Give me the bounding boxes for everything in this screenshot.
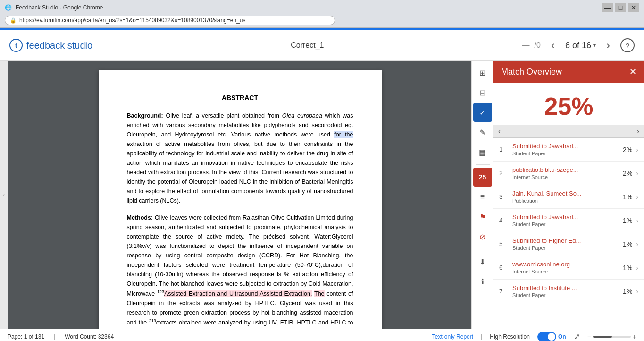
match-arrow-icon: › [636, 146, 638, 153]
match-num: 4 [499, 217, 509, 224]
match-source: publicatio.bibl.u-szege... [512, 166, 619, 173]
match-num: 1 [499, 146, 509, 153]
logo-area: t feedback studio [9, 39, 92, 52]
word-count: Word Count: 32364 [65, 333, 114, 340]
maximize-button[interactable]: □ [615, 3, 626, 12]
match-item[interactable]: 7 Submitted to Institute ... Student Pap… [493, 280, 644, 303]
document-title: Correct_1 [291, 41, 324, 50]
paragraph-2: Methods: Olive leaves were collected fro… [127, 213, 353, 329]
match-num: 7 [499, 288, 509, 295]
block-button[interactable]: ⊘ [473, 227, 492, 246]
match-pct: 2% [623, 170, 632, 177]
match-num: 3 [499, 193, 509, 200]
info-icon: ℹ [481, 277, 484, 286]
edit-button[interactable]: ✎ [473, 123, 492, 142]
close-window-button[interactable]: ✕ [628, 3, 639, 12]
layers2-icon: ⊟ [479, 88, 485, 97]
match-panel: Match Overview ✕ 25% ‹ › 1 Submitted to … [493, 61, 644, 329]
help-button[interactable]: ? [620, 38, 635, 52]
match-info: www.omicsonline.org Internet Source [512, 261, 619, 274]
next-page-button[interactable]: › [601, 38, 616, 53]
help-icon: ? [626, 42, 629, 50]
toggle-track[interactable] [537, 332, 556, 341]
match-source: Submitted to Jawaharl... [512, 213, 619, 221]
turnitin-logo-icon: t [9, 39, 23, 52]
check-button[interactable]: ✓ [473, 103, 492, 122]
block-icon: ⊘ [479, 232, 485, 241]
paragraph-1-label: Background: [127, 112, 163, 119]
match-arrow-icon: › [636, 240, 638, 248]
match-arrow-icon: › [636, 193, 638, 201]
tool-separator-1 [476, 164, 490, 165]
fullscreen-button[interactable]: ⤢ [574, 332, 580, 341]
match-type: Student Paper [512, 245, 619, 251]
match-type: Internet Source [512, 174, 619, 180]
match-info: publicatio.bibl.u-szege... Internet Sour… [512, 166, 619, 180]
zoom-slider-fill [593, 336, 612, 338]
layers-button[interactable]: ⊞ [473, 63, 492, 82]
prev-page-button[interactable]: ‹ [545, 38, 560, 53]
filter-button[interactable]: ≡ [473, 188, 492, 206]
match-source: Jain, Kunal, Sumeet So... [512, 190, 619, 197]
match-num: 2 [499, 170, 509, 177]
document-page: ABSTRACT Background: Olive leaf, a versa… [99, 70, 382, 329]
match-panel-close-button[interactable]: ✕ [629, 67, 636, 77]
match-list: 1 Submitted to Jawaharl... Student Paper… [493, 138, 644, 329]
tool-separator-2 [476, 249, 490, 249]
match-prev-button[interactable]: ‹ [498, 127, 501, 136]
match-pct: 1% [623, 264, 632, 272]
match-panel-title: Match Overview [501, 67, 562, 77]
match-type: Internet Source [512, 269, 619, 274]
match-item[interactable]: 5 Submitted to Higher Ed... Student Pape… [493, 232, 644, 256]
check-icon: ✓ [479, 108, 485, 117]
match-item[interactable]: 1 Submitted to Jawaharl... Student Paper… [493, 138, 644, 162]
grid-button[interactable]: ▦ [473, 143, 492, 162]
match-type: Student Paper [512, 292, 619, 298]
flag-button[interactable]: ⚑ [473, 207, 492, 226]
match-pct: 2% [623, 146, 632, 153]
match-arrow-icon: › [636, 288, 638, 295]
match-nav: ‹ › [493, 125, 644, 138]
url-bar[interactable]: https://ev.turnitin.com/app/carta/en_us/… [19, 17, 245, 24]
left-panel-toggle[interactable]: ‹ [0, 61, 8, 329]
zoom-out-button[interactable]: − [587, 333, 591, 341]
info-button[interactable]: ℹ [473, 272, 492, 291]
match-item[interactable]: 3 Jain, Kunal, Sumeet So... Publication … [493, 185, 644, 209]
zoom-slider[interactable] [593, 336, 631, 338]
page-dropdown-arrow[interactable]: ▾ [593, 42, 596, 49]
match-type: Publication [512, 198, 619, 204]
top-toolbar: t feedback studio Correct_1 — /0 ‹ 6 of … [0, 30, 644, 61]
flag-icon: ⚑ [479, 213, 486, 222]
match-source: Submitted to Jawaharl... [512, 143, 619, 150]
layers2-button[interactable]: ⊟ [473, 83, 492, 102]
status-bar: Page: 1 of 131 | Word Count: 32364 Text-… [0, 329, 644, 341]
match-panel-header: Match Overview ✕ [493, 61, 644, 83]
chrome-icon: 🌐 [5, 4, 12, 11]
match-arrow-icon: › [636, 217, 638, 224]
zoom-area: − + [587, 333, 636, 341]
minimize-button[interactable]: — [602, 3, 613, 12]
abstract-title: ABSTRACT [127, 94, 353, 102]
match-item[interactable]: 6 www.omicsonline.org Internet Source 1%… [493, 256, 644, 280]
match-source: Submitted to Higher Ed... [512, 237, 619, 244]
document-area[interactable]: ABSTRACT Background: Olive leaf, a versa… [8, 61, 471, 329]
page-dash: — [522, 41, 530, 50]
browser-title: Feedback Studio - Google Chrome [16, 4, 103, 11]
match-next-button[interactable]: › [637, 127, 639, 136]
status-right: Text-only Report | High Resolution On ⤢ … [432, 332, 636, 341]
match-info: Jain, Kunal, Sumeet So... Publication [512, 190, 619, 204]
match-item[interactable]: 4 Submitted to Jawaharl... Student Paper… [493, 209, 644, 232]
similarity-badge[interactable]: 25 [473, 168, 492, 187]
similarity-number: 25 [479, 173, 486, 181]
text-only-link[interactable]: Text-only Report [432, 333, 473, 340]
page-info: Page: 1 of 131 [8, 333, 44, 340]
toggle-label: On [558, 333, 566, 340]
download-button[interactable]: ⬇ [473, 252, 492, 271]
match-arrow-icon: › [636, 170, 638, 177]
match-percentage: 25% [493, 83, 644, 125]
zoom-in-button[interactable]: + [633, 333, 636, 341]
match-item[interactable]: 2 publicatio.bibl.u-szege... Internet So… [493, 162, 644, 185]
sidebar-tools: ⊞ ⊟ ✓ ✎ ▦ 25 ≡ ⚑ [471, 61, 493, 329]
paragraph-1: Background: Olive leaf, a versatile plan… [127, 111, 353, 205]
resolution-toggle[interactable]: On [537, 332, 566, 341]
